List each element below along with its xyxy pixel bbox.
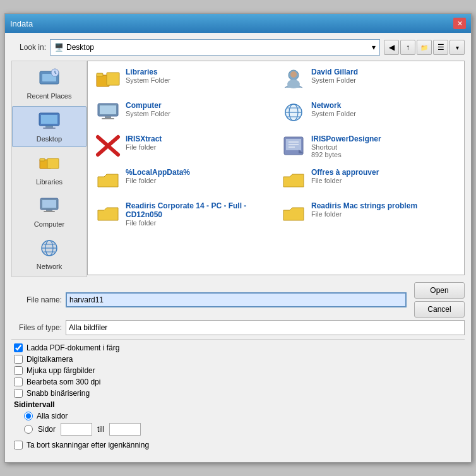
- dropdown-arrow-icon: ▾: [372, 43, 376, 52]
- file-grid: Libraries System Folder: [88, 61, 464, 234]
- file-icon-libraries: [95, 68, 121, 93]
- 300dpi-label: Bearbeta som 300 dpi: [27, 378, 100, 386]
- checkbox-row-digital-camera: Digitalkamera: [14, 355, 465, 364]
- file-item-info-computer: Computer System Folder: [126, 101, 271, 117]
- sidor-from-input[interactable]: [61, 423, 92, 436]
- bottom-fields: File name: Open Cancel Files of type: Al…: [11, 282, 465, 335]
- view-button[interactable]: ☰: [433, 40, 448, 55]
- look-in-select[interactable]: 🖥️ Desktop ▾: [50, 39, 380, 56]
- 300dpi-checkbox[interactable]: [14, 378, 23, 386]
- list-item[interactable]: Computer System Folder: [90, 97, 276, 131]
- sidor-label: Sidor: [38, 425, 56, 434]
- files-of-type-row: Files of type: Alla bildfiler TIFF (*.ti…: [11, 320, 465, 335]
- sidor-to-input[interactable]: [109, 423, 141, 436]
- list-item[interactable]: Readiris Corporate 14 - PC - Full - CD12…: [90, 198, 276, 231]
- sidintervall-label: Sidintervall: [14, 400, 465, 409]
- checkbox-row-soften: Mjuka upp färgbilder: [14, 366, 465, 375]
- files-of-type-select[interactable]: Alla bildfiler TIFF (*.tif) JPEG (*.jpg)…: [66, 320, 465, 335]
- file-item-info-irisxtract: IRISXtract File folder: [126, 134, 271, 151]
- file-item-info-david: David Gillard System Folder: [311, 68, 456, 84]
- view-more-button[interactable]: ▾: [449, 40, 465, 55]
- svg-rect-27: [100, 105, 116, 114]
- list-item[interactable]: Offres à approuver File folder: [276, 164, 461, 198]
- radio-group: Alla sidor Sidor till: [24, 412, 465, 436]
- file-icon-irispowerdesigner: [281, 134, 306, 160]
- radio-row-sidor: Sidor till: [24, 423, 465, 436]
- checkbox-row-300dpi: Bearbeta som 300 dpi: [14, 378, 465, 386]
- sidebar-item-computer-label: Computer: [34, 220, 64, 228]
- file-icon-localappdata: [95, 168, 121, 194]
- open-button[interactable]: Open: [414, 282, 465, 299]
- list-item[interactable]: David Gillard System Folder: [276, 64, 461, 97]
- svg-rect-22: [97, 73, 103, 76]
- file-name-label: File name:: [11, 295, 62, 304]
- sidebar-item-libraries[interactable]: Libraries: [12, 150, 86, 189]
- file-item-info-irispowerdesigner: IRISPowerDesigner Shortcut 892 bytes: [311, 134, 456, 158]
- file-list-area[interactable]: Libraries System Folder: [87, 61, 465, 275]
- back-button[interactable]: ◀: [384, 40, 399, 55]
- sidebar: Recent Places Desktop: [11, 61, 87, 277]
- sidebar-item-desktop-label: Desktop: [37, 135, 62, 143]
- toolbar-row: Look in: 🖥️ Desktop ▾ ◀ ↑ 📁 ☰ ▾: [11, 39, 465, 56]
- look-in-icon: 🖥️: [54, 43, 64, 52]
- files-of-type-label: Files of type:: [11, 323, 62, 332]
- up-button[interactable]: ↑: [400, 40, 415, 55]
- svg-rect-12: [46, 210, 52, 211]
- load-pdf-label: Ladda PDF-dokument i färg: [27, 343, 119, 352]
- look-in-value: 🖥️ Desktop: [54, 43, 94, 52]
- alla-sidor-radio[interactable]: [24, 412, 33, 420]
- checkbox-row-load-pdf: Ladda PDF-dokument i färg: [14, 343, 465, 352]
- checkbox-row-remove-scans: Ta bort skanningar efter igenkänning: [14, 441, 465, 449]
- fast-bin-label: Snabb binärisering: [27, 389, 90, 398]
- file-item-info-localappdata: %LocalAppData% File folder: [126, 168, 271, 184]
- file-icon-irisxtract: [95, 134, 121, 160]
- file-icon-readiris-full: [95, 201, 121, 227]
- file-name-row: File name: Open Cancel: [11, 282, 465, 318]
- list-item[interactable]: Libraries System Folder: [90, 64, 276, 97]
- options-section: Ladda PDF-dokument i färg Digitalkamera …: [11, 339, 465, 456]
- network-icon: [37, 238, 61, 261]
- sidor-radio[interactable]: [24, 425, 33, 434]
- soften-checkbox[interactable]: [14, 366, 23, 375]
- list-item[interactable]: %LocalAppData% File folder: [90, 164, 276, 198]
- sidebar-item-network[interactable]: Network: [12, 234, 86, 274]
- file-icon-offres: [281, 168, 306, 194]
- file-name-input[interactable]: [66, 292, 407, 307]
- look-in-label: Look in:: [11, 43, 46, 52]
- sidebar-item-desktop[interactable]: Desktop: [12, 106, 86, 147]
- svg-rect-29: [102, 118, 114, 119]
- toolbar-buttons: ◀ ↑ 📁 ☰ ▾: [384, 40, 465, 55]
- remove-scans-checkbox[interactable]: [14, 441, 23, 449]
- digital-camera-label: Digitalkamera: [27, 355, 73, 364]
- title-bar: Indata ✕: [5, 14, 471, 33]
- list-item[interactable]: Network System Folder: [276, 97, 461, 131]
- sidebar-item-libraries-label: Libraries: [36, 178, 62, 186]
- file-icon-computer: [95, 101, 121, 127]
- fast-bin-checkbox[interactable]: [14, 389, 23, 398]
- close-button[interactable]: ✕: [453, 18, 466, 29]
- main-content: Recent Places Desktop: [11, 61, 465, 277]
- list-item[interactable]: IRISPowerDesigner Shortcut 892 bytes: [276, 131, 461, 164]
- file-item-info-libraries: Libraries System Folder: [126, 68, 271, 84]
- file-icon-readiris-mac: [281, 201, 306, 227]
- digital-camera-checkbox[interactable]: [14, 355, 23, 364]
- svg-rect-13: [44, 211, 55, 212]
- list-item[interactable]: IRISXtract File folder: [90, 131, 276, 164]
- cancel-button[interactable]: Cancel: [414, 301, 465, 318]
- soften-label: Mjuka upp färgbilder: [27, 366, 95, 375]
- recent-places-icon: [37, 68, 61, 91]
- alla-sidor-label: Alla sidor: [37, 412, 68, 420]
- sidebar-item-computer[interactable]: Computer: [12, 192, 86, 232]
- svg-rect-9: [40, 158, 45, 161]
- file-icon-david: [281, 68, 306, 93]
- load-pdf-checkbox[interactable]: [14, 343, 23, 352]
- svg-rect-8: [47, 158, 59, 169]
- dialog-body: Look in: 🖥️ Desktop ▾ ◀ ↑ 📁 ☰ ▾: [5, 33, 471, 462]
- sidebar-item-recent-places[interactable]: Recent Places: [12, 64, 86, 104]
- window-title: Indata: [10, 19, 33, 28]
- svg-rect-11: [42, 200, 56, 208]
- svg-rect-4: [41, 115, 57, 124]
- list-item[interactable]: Readiris Mac strings problem File folder: [276, 198, 461, 231]
- desktop-icon: [37, 110, 61, 134]
- new-folder-button[interactable]: 📁: [417, 40, 432, 55]
